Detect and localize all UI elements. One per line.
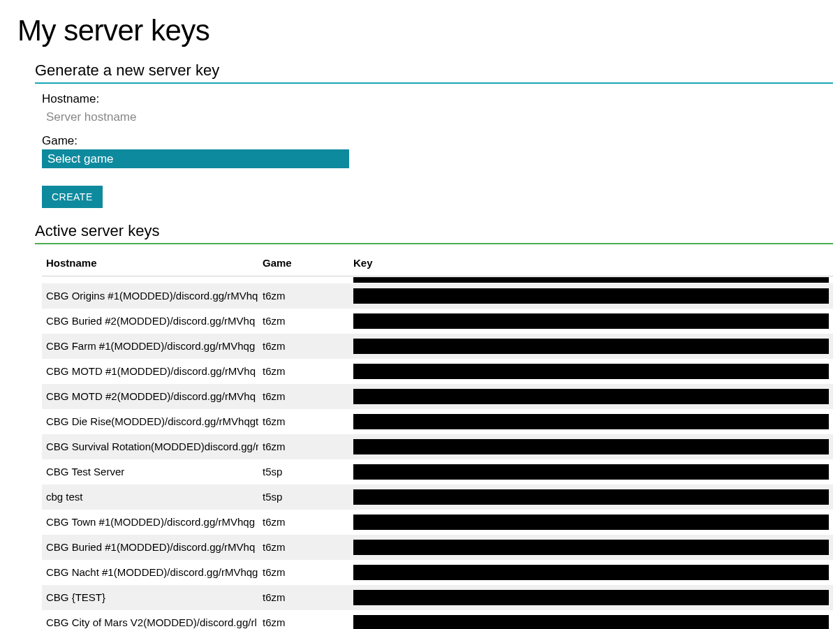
cell-hostname: CBG Origins #1(MODDED)/discord.gg/rMVhqg…	[42, 283, 258, 309]
cell-key	[349, 510, 833, 535]
redacted-key	[353, 389, 829, 404]
cell-hostname: CBG {TEST}	[42, 585, 258, 610]
redacted-key	[353, 339, 829, 354]
cell-key	[349, 484, 833, 510]
cell-hostname: CBG Farm #1(MODDED)/discord.gg/rMVhqg	[42, 334, 258, 359]
redacted-key	[353, 364, 829, 379]
table-row: CBG Buried #1(MODDED)/discord.gg/rMVhqt6…	[42, 535, 833, 560]
cell-hostname: CBG Town #1(MODDED)/discord.gg/rMVhqg	[42, 510, 258, 535]
create-button[interactable]: CREATE	[42, 186, 103, 208]
cell-hostname: CBG City of Mars V2(MODDED)/discord.gg/r…	[42, 610, 258, 630]
cell-hostname: CBG Buried #1(MODDED)/discord.gg/rMVhq	[42, 535, 258, 560]
cell-game: t6zm	[258, 409, 349, 434]
cell-game: t5sp	[258, 459, 349, 484]
redacted-key	[353, 439, 829, 454]
table-row: CBG Farm #1(MODDED)/discord.gg/rMVhqgt6z…	[42, 334, 833, 359]
cell-game: t6zm	[258, 535, 349, 560]
cell-hostname: CBG Nacht #1(MODDED)/discord.gg/rMVhqg	[42, 560, 258, 585]
cell-game: t6zm	[258, 560, 349, 585]
redacted-key	[353, 565, 829, 580]
game-select[interactable]: Select game	[42, 149, 349, 168]
active-section-header: Active server keys	[35, 222, 833, 244]
table-row: CBG City of Mars V2(MODDED)/discord.gg/r…	[42, 610, 833, 630]
game-label: Game:	[42, 134, 833, 148]
cell-hostname: CBG MOTD #1(MODDED)/discord.gg/rMVhq	[42, 359, 258, 384]
cell-game: t6zm	[258, 610, 349, 630]
cell-key	[349, 359, 833, 384]
cell-game: t6zm	[258, 384, 349, 409]
table-row: cbg testt5sp	[42, 484, 833, 510]
redacted-key	[353, 590, 829, 605]
cell-hostname: cbg test	[42, 484, 258, 510]
cell-hostname: CBG Buried #2(MODDED)/discord.gg/rMVhq	[42, 309, 258, 334]
table-row: CBG Town #1(MODDED)/discord.gg/rMVhqgt6z…	[42, 510, 833, 535]
cell-hostname: CBG Die Rise(MODDED)/discord.gg/rMVhqgt	[42, 409, 258, 434]
redacted-key	[353, 313, 829, 329]
table-row: CBG Origins #1(MODDED)/discord.gg/rMVhqg…	[42, 283, 833, 309]
cell-key	[349, 535, 833, 560]
cell-key	[349, 585, 833, 610]
table-row: CBG Die Rise(MODDED)/discord.gg/rMVhqgtt…	[42, 409, 833, 434]
cell-game: t5sp	[258, 484, 349, 510]
cell-game: t6zm	[258, 283, 349, 309]
table-row: CBG Nacht #1(MODDED)/discord.gg/rMVhqgt6…	[42, 560, 833, 585]
redacted-key	[353, 540, 829, 555]
generate-section-header: Generate a new server key	[35, 61, 833, 84]
cell-game: t6zm	[258, 585, 349, 610]
cell-hostname: CBG MOTD #2(MODDED)/discord.gg/rMVhq	[42, 384, 258, 409]
cell-key	[349, 334, 833, 359]
column-header-hostname: Hostname	[42, 253, 258, 276]
table-row: CBG MOTD #1(MODDED)/discord.gg/rMVhqt6zm	[42, 359, 833, 384]
cell-game: t6zm	[258, 510, 349, 535]
cell-key	[349, 283, 833, 309]
table-row: CBG Survival Rotation(MODDED)discord.gg/…	[42, 434, 833, 459]
redacted-key	[353, 489, 829, 505]
table-row: CBG {TEST}t6zm	[42, 585, 833, 610]
hostname-label: Hostname:	[42, 92, 833, 106]
table-row: CBG Buried #2(MODDED)/discord.gg/rMVhqt6…	[42, 309, 833, 334]
cell-hostname: CBG Test Server	[42, 459, 258, 484]
redacted-key	[353, 615, 829, 630]
cell-key	[349, 459, 833, 484]
server-keys-table: Hostname Game Key CBG Origins #1(MODDED)…	[42, 253, 833, 629]
cell-key	[349, 610, 833, 630]
page-title: My server keys	[17, 14, 840, 47]
cell-game: t6zm	[258, 334, 349, 359]
redacted-key	[353, 414, 829, 429]
table-row: CBG Test Servert5sp	[42, 459, 833, 484]
cell-key	[349, 409, 833, 434]
hostname-input[interactable]	[42, 108, 251, 127]
table-row: CBG MOTD #2(MODDED)/discord.gg/rMVhqt6zm	[42, 384, 833, 409]
cell-key	[349, 560, 833, 585]
cell-key	[349, 434, 833, 459]
redacted-key	[353, 515, 829, 530]
table-row	[42, 276, 833, 283]
cell-game: t6zm	[258, 309, 349, 334]
redacted-key	[353, 464, 829, 480]
cell-key	[349, 309, 833, 334]
column-header-game: Game	[258, 253, 349, 276]
cell-game: t6zm	[258, 434, 349, 459]
redacted-key	[353, 277, 829, 283]
column-header-key: Key	[349, 253, 833, 276]
cell-hostname: CBG Survival Rotation(MODDED)discord.gg/…	[42, 434, 258, 459]
cell-game: t6zm	[258, 359, 349, 384]
cell-key	[349, 384, 833, 409]
redacted-key	[353, 288, 829, 304]
